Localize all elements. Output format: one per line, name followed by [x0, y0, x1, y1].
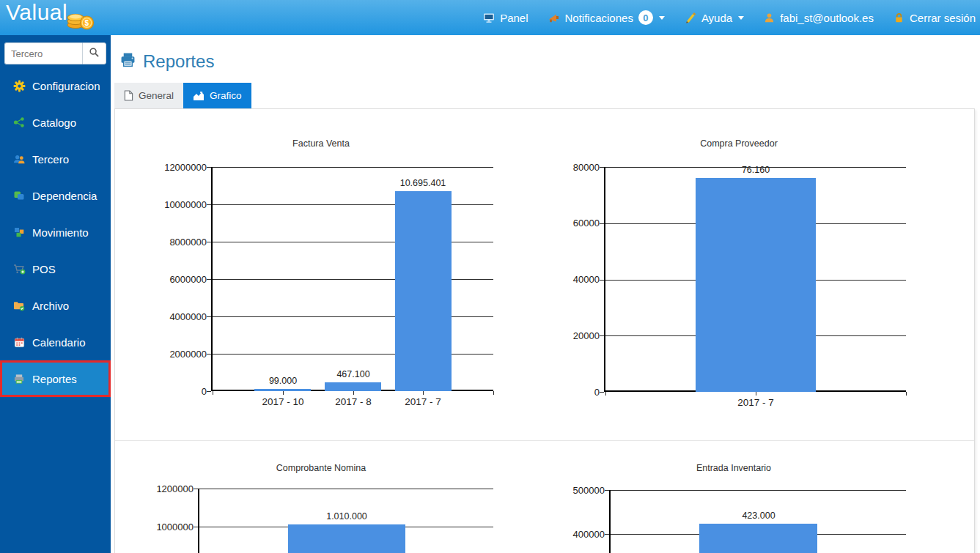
y-tick-mark — [194, 527, 198, 527]
folder-icon — [12, 300, 26, 311]
nav-item-ayuda[interactable]: Ayuda — [685, 12, 744, 24]
sidebar-item-label: Reportes — [32, 373, 77, 385]
x-tick — [353, 391, 354, 395]
sidebar-item-label: Dependencia — [32, 190, 97, 202]
bar — [696, 178, 816, 392]
chart-title: Entrada Inventario — [616, 463, 851, 473]
row-divider — [115, 440, 974, 441]
bar — [288, 524, 405, 553]
sidebar-item-configuracion[interactable]: Configuracion — [0, 67, 111, 104]
sidebar-search — [4, 42, 106, 64]
chart-plot-area: 0200000040000006000000800000010000000120… — [211, 167, 492, 391]
page-title-row: Reportes — [120, 51, 214, 72]
y-tick-label: 1000000 — [135, 522, 194, 532]
chart-plot-area: 0100000200000300000400000500000423.000 — [609, 490, 905, 553]
svg-text:$: $ — [85, 19, 89, 27]
notification-count-badge: 0 — [638, 10, 653, 25]
nav-item-label: fabi_st@outlook.es — [780, 12, 874, 24]
people-icon — [12, 154, 26, 165]
y-tick-mark — [207, 242, 211, 242]
sidebar-item-label: Catalogo — [32, 116, 76, 129]
page-title: Reportes — [143, 51, 214, 72]
bar-value-label: 423.000 — [707, 511, 810, 521]
user-icon — [764, 12, 775, 23]
share-icon — [12, 116, 26, 128]
sidebar: ConfiguracionCatalogoTerceroDependenciaM… — [0, 35, 111, 553]
sidebar-item-catalogo[interactable]: Catalogo — [0, 104, 111, 141]
sidebar-item-calendario[interactable]: Calendario — [0, 324, 111, 360]
y-tick-label: 40000 — [541, 274, 600, 285]
y-tick-label: 20000 — [541, 330, 600, 341]
top-nav: PanelNotificaciones0Ayudafabi_st@outlook… — [483, 10, 980, 25]
nav-item-label: Panel — [500, 12, 528, 24]
bar-value-label: 10.695.401 — [372, 178, 474, 188]
y-tick-mark — [207, 279, 211, 280]
chart-icon — [193, 91, 205, 101]
bar — [699, 524, 817, 553]
bar-value-label: 76.160 — [704, 165, 807, 175]
bar — [395, 191, 452, 391]
lock-icon — [894, 12, 905, 23]
y-tick-label: 0 — [148, 386, 207, 397]
gridline — [199, 489, 493, 489]
y-tick-label: 0 — [541, 387, 600, 398]
y-tick-mark — [600, 335, 604, 336]
x-tick — [213, 391, 213, 395]
x-tick — [423, 391, 424, 395]
x-tick — [605, 392, 606, 396]
y-tick-mark — [600, 167, 604, 168]
search-button[interactable] — [82, 42, 106, 64]
nav-item-label: Ayuda — [701, 12, 732, 24]
sidebar-item-label: Tercero — [32, 153, 69, 166]
app-logo-text: Valual — [6, 0, 67, 29]
sidebar-item-dependencia[interactable]: Dependencia — [0, 177, 111, 214]
sidebar-item-movimiento[interactable]: Movimiento — [0, 214, 111, 250]
y-tick-label: 4000000 — [148, 311, 207, 322]
nav-item-label: Cerrar sesión — [910, 12, 976, 24]
search-input[interactable] — [4, 42, 82, 64]
bar — [325, 382, 381, 391]
y-tick-mark — [600, 223, 604, 224]
y-tick-label: 6000000 — [148, 274, 207, 285]
chevron-down-icon — [659, 16, 665, 20]
y-tick-mark — [605, 490, 609, 491]
x-tick — [493, 391, 494, 395]
sidebar-item-label: Configuracion — [32, 80, 100, 92]
nav-item-panel[interactable]: Panel — [483, 12, 528, 24]
x-tick — [756, 392, 756, 396]
y-tick-mark — [194, 489, 198, 489]
document-icon — [124, 90, 133, 101]
bar-value-label: 467.100 — [302, 369, 405, 379]
tab-general[interactable]: General — [114, 83, 183, 108]
tab-bar: GeneralGrafico — [114, 83, 251, 108]
x-category-label: 2017 - 7 — [372, 396, 474, 407]
app-logo[interactable]: Valual $ — [0, 0, 117, 39]
nav-item-user-email[interactable]: fabi_st@outlook.es — [764, 12, 874, 24]
y-tick-label: 12000000 — [148, 162, 207, 173]
x-category-label: 2017 - 7 — [704, 397, 807, 408]
y-tick-mark — [600, 392, 604, 393]
y-tick-mark — [207, 204, 211, 205]
y-tick-label: 80000 — [541, 162, 600, 173]
charts-panel: Factura Venta020000004000000600000080000… — [114, 108, 975, 553]
nav-item-cerrar-sesion[interactable]: Cerrar sesión — [894, 12, 976, 24]
sidebar-item-label: Movimiento — [32, 226, 89, 239]
nav-item-notificaciones[interactable]: Notificaciones0 — [548, 10, 665, 25]
sidebar-item-tercero[interactable]: Tercero — [0, 141, 111, 177]
chart-title: Compra Proveedor — [622, 138, 856, 149]
sidebar-item-label: POS — [32, 263, 56, 275]
sidebar-item-pos[interactable]: POS — [0, 250, 111, 287]
sidebar-item-label: Archivo — [32, 300, 69, 312]
tab-label: Grafico — [210, 90, 242, 101]
sidebar-item-reportes[interactable]: Reportes — [0, 360, 111, 397]
blocks-icon — [12, 226, 26, 238]
cart-icon — [12, 264, 26, 275]
sidebar-item-archivo[interactable]: Archivo — [0, 287, 111, 324]
tab-grafico[interactable]: Grafico — [183, 83, 251, 108]
y-tick-mark — [605, 534, 609, 535]
megaphone-icon — [548, 12, 560, 23]
y-tick-mark — [207, 316, 211, 317]
nav-item-label: Notificaciones — [565, 12, 633, 24]
chart-title: Factura Venta — [204, 138, 438, 149]
calendar-icon — [12, 337, 26, 348]
